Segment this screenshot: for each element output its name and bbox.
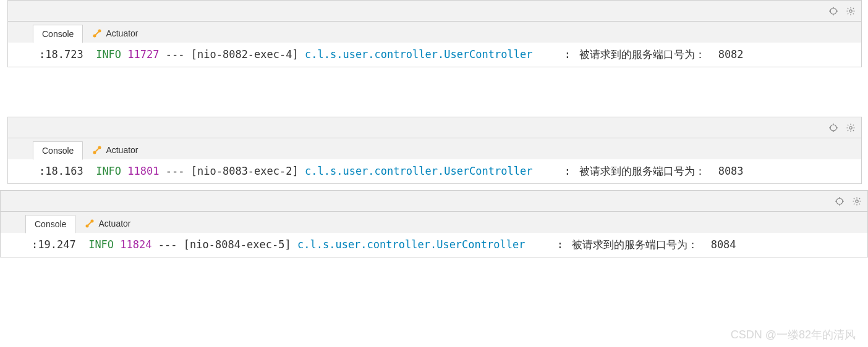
log-separator: --- bbox=[166, 165, 185, 177]
tab-label: Console bbox=[42, 29, 74, 39]
crosshair-icon[interactable] bbox=[828, 6, 839, 17]
log-line: :18.163 INFO 11801 --- [nio-8083-exec-2]… bbox=[8, 159, 861, 183]
log-port: 8084 bbox=[711, 238, 736, 251]
log-colon: : bbox=[564, 165, 571, 177]
tab-label: Actuator bbox=[98, 219, 130, 228]
log-level: INFO bbox=[96, 48, 121, 61]
log-separator: --- bbox=[158, 238, 177, 251]
log-thread: [nio-8083-exec-2] bbox=[191, 165, 299, 177]
tab-label: Actuator bbox=[106, 145, 138, 155]
tab-actuator[interactable]: Actuator bbox=[83, 24, 147, 43]
tab-label: Console bbox=[42, 146, 74, 156]
svg-point-13 bbox=[849, 126, 852, 128]
tab-label: Actuator bbox=[106, 28, 138, 38]
log-colon: : bbox=[557, 238, 563, 251]
tab-label: Console bbox=[35, 219, 66, 229]
tab-actuator[interactable]: Actuator bbox=[75, 214, 140, 233]
log-pid: 11727 bbox=[127, 48, 159, 61]
crosshair-icon[interactable] bbox=[834, 196, 845, 207]
log-logger: c.l.s.user.controller.UserController bbox=[297, 238, 525, 251]
log-line: :18.723 INFO 11727 --- [nio-8082-exec-4]… bbox=[8, 43, 861, 67]
tab-console[interactable]: Console bbox=[33, 141, 83, 160]
tab-bar: Console Actuator bbox=[8, 138, 861, 159]
gear-icon[interactable] bbox=[845, 6, 856, 17]
log-port: 8083 bbox=[718, 165, 744, 177]
log-thread: [nio-8082-exec-4] bbox=[191, 48, 299, 61]
tab-actuator[interactable]: Actuator bbox=[83, 141, 147, 159]
console-panel-1: Console Actuator :18.723 INFO 11727 --- … bbox=[7, 0, 862, 67]
log-message: 被请求到的服务端口号为： bbox=[577, 164, 705, 178]
console-panel-2: Console Actuator :18.163 INFO 11801 --- … bbox=[7, 117, 862, 184]
log-line: :19.247 INFO 11824 --- [nio-8084-exec-5]… bbox=[1, 233, 867, 257]
panel-toolbar bbox=[1, 191, 867, 212]
svg-point-0 bbox=[830, 8, 836, 14]
tab-console[interactable]: Console bbox=[25, 215, 75, 233]
log-timestamp: :19.247 bbox=[32, 238, 76, 251]
svg-point-16 bbox=[836, 198, 843, 204]
log-level: INFO bbox=[96, 165, 121, 177]
log-logger: c.l.s.user.controller.UserController bbox=[305, 48, 532, 61]
svg-point-21 bbox=[856, 199, 858, 202]
log-colon: : bbox=[564, 48, 571, 61]
svg-point-8 bbox=[830, 125, 836, 131]
tab-console[interactable]: Console bbox=[33, 25, 83, 43]
gear-icon[interactable] bbox=[845, 122, 856, 133]
crosshair-icon[interactable] bbox=[828, 122, 839, 133]
panel-toolbar bbox=[8, 1, 861, 22]
log-timestamp: :18.163 bbox=[39, 165, 83, 177]
log-timestamp: :18.723 bbox=[39, 48, 83, 61]
svg-point-5 bbox=[849, 9, 852, 12]
watermark: CSDN @一缕82年的清风 bbox=[731, 327, 856, 342]
panel-toolbar bbox=[8, 117, 861, 138]
actuator-icon bbox=[85, 219, 95, 228]
log-level: INFO bbox=[88, 238, 114, 251]
gear-icon[interactable] bbox=[851, 196, 862, 207]
log-separator: --- bbox=[166, 48, 185, 61]
log-message: 被请求到的服务端口号为： bbox=[569, 238, 698, 252]
tab-bar: Console Actuator bbox=[8, 22, 861, 43]
tab-bar: Console Actuator bbox=[1, 212, 867, 233]
console-panel-3: Console Actuator :19.247 INFO 11824 --- … bbox=[0, 190, 868, 257]
log-port: 8082 bbox=[718, 48, 744, 61]
log-pid: 11801 bbox=[127, 165, 159, 177]
log-logger: c.l.s.user.controller.UserController bbox=[305, 165, 532, 177]
actuator-icon bbox=[92, 145, 102, 155]
actuator-icon bbox=[92, 28, 102, 38]
log-thread: [nio-8084-exec-5] bbox=[184, 238, 291, 251]
log-message: 被请求到的服务端口号为： bbox=[577, 48, 705, 62]
log-pid: 11824 bbox=[120, 238, 151, 251]
